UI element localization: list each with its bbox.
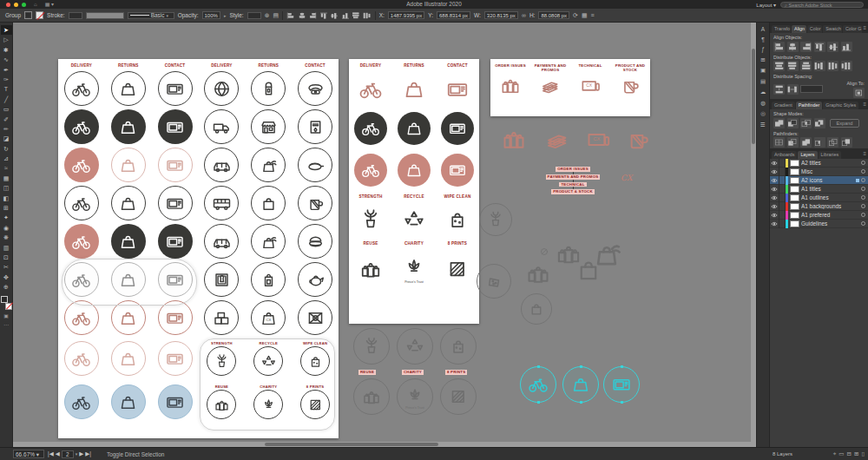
column-header[interactable]: RETURNS xyxy=(105,63,152,69)
align-bottom-icon[interactable] xyxy=(841,42,852,52)
last-artboard-icon[interactable]: ▶| xyxy=(85,450,91,457)
boxes-icon[interactable] xyxy=(204,300,239,335)
align-right-icon[interactable] xyxy=(308,12,317,19)
bike-icon[interactable] xyxy=(64,148,99,182)
bag-icon[interactable] xyxy=(111,341,146,376)
orderbags-icon[interactable] xyxy=(499,125,529,154)
visibility-eye-icon[interactable] xyxy=(770,211,779,220)
opentype-panel-icon[interactable]: ƒ xyxy=(761,46,765,52)
bag-icon[interactable] xyxy=(562,366,599,403)
layer-thumbnail[interactable] xyxy=(790,160,799,167)
align-v-center-icon[interactable] xyxy=(330,12,339,19)
h-field[interactable]: 88.0808 px xyxy=(538,11,569,19)
monitor-icon[interactable] xyxy=(158,109,193,144)
bus-icon[interactable] xyxy=(204,186,239,220)
layer-row[interactable]: A1 outlines xyxy=(770,194,868,202)
locate-object-icon[interactable]: ⌖ xyxy=(833,450,837,457)
strength-icon[interactable] xyxy=(358,207,384,233)
layer-name[interactable]: Misc xyxy=(801,168,861,174)
column-header[interactable]: RETURNS xyxy=(392,63,436,71)
reuse-icon[interactable] xyxy=(358,256,384,282)
appearance-panel-icon[interactable]: ◎ xyxy=(760,110,766,117)
lock-toggle[interactable] xyxy=(779,176,786,185)
layer-row[interactable]: Guidelines xyxy=(770,220,868,228)
cards-icon[interactable] xyxy=(542,125,572,154)
layer-name[interactable]: Guidelines xyxy=(801,220,861,227)
dist-vc-icon[interactable] xyxy=(787,61,799,71)
layer-thumbnail[interactable] xyxy=(790,194,799,201)
libraries-panel-icon[interactable]: ▤ xyxy=(760,78,766,85)
bag-icon[interactable] xyxy=(398,154,431,187)
stroke-weight-stepper[interactable] xyxy=(69,12,82,19)
hand-tool-icon[interactable]: ✥ xyxy=(1,273,12,282)
preferences-icon[interactable]: ▤ xyxy=(273,12,279,19)
opacity-arrow-icon[interactable]: ▸ xyxy=(224,13,227,18)
workspace-switcher[interactable]: Layout ▾ xyxy=(756,2,776,8)
icon-label[interactable]: REUSE xyxy=(349,241,392,248)
bag-icon[interactable] xyxy=(111,71,146,106)
drawing-modes-icon[interactable]: ▣ xyxy=(3,312,9,319)
phone-icon[interactable] xyxy=(298,71,332,106)
align-to-icon[interactable] xyxy=(853,88,865,98)
layer-row[interactable]: A2 titles xyxy=(770,159,868,168)
tab-gradient[interactable]: Gradient xyxy=(772,102,795,109)
bike-icon[interactable] xyxy=(358,76,384,102)
tab-align[interactable]: Align xyxy=(792,25,806,33)
bike-icon[interactable] xyxy=(64,109,99,144)
layer-thumbnail[interactable] xyxy=(790,177,799,184)
bag-icon[interactable] xyxy=(111,384,146,419)
floralbag-icon[interactable] xyxy=(251,224,286,259)
toolbar-fill-swatch[interactable] xyxy=(1,296,8,303)
selection-tool-icon[interactable]: ➤ xyxy=(1,25,12,35)
tab-color-g[interactable]: Color G xyxy=(843,25,863,33)
globe-icon[interactable] xyxy=(204,71,239,106)
bag-icon[interactable] xyxy=(111,300,146,335)
bike-icon[interactable] xyxy=(354,154,387,187)
y-field[interactable]: 688.8314 px xyxy=(437,11,470,19)
monitor-icon[interactable] xyxy=(158,224,193,259)
exclude-icon[interactable] xyxy=(814,118,825,128)
artboards-panel-icon[interactable]: ▣ xyxy=(760,67,766,74)
column-header[interactable]: CONTACT xyxy=(292,63,339,69)
target-circle-icon[interactable] xyxy=(861,213,865,217)
dist-bottom-icon[interactable] xyxy=(800,61,812,71)
monitor-icon[interactable] xyxy=(441,154,474,187)
dist-vc-icon[interactable] xyxy=(352,12,360,19)
bike-icon[interactable] xyxy=(64,71,99,106)
bag-icon[interactable] xyxy=(111,224,146,259)
wipebag-icon[interactable] xyxy=(440,328,477,365)
column-header[interactable]: CONTACT xyxy=(152,63,199,69)
target-circle-icon[interactable] xyxy=(861,169,865,174)
layer-thumbnail[interactable] xyxy=(790,186,799,193)
first-artboard-icon[interactable]: |◀ xyxy=(48,450,54,457)
tote-icon[interactable] xyxy=(572,253,605,286)
tote-icon[interactable] xyxy=(521,293,552,325)
target-circle-icon[interactable] xyxy=(861,221,865,226)
monitor-icon[interactable] xyxy=(158,186,193,220)
charity-icon[interactable]: Prince's Trust xyxy=(397,378,433,415)
laptop-icon[interactable]: CX xyxy=(578,74,602,98)
v-scroll-thumb[interactable] xyxy=(752,49,755,144)
pencil-tool-icon[interactable]: ✏ xyxy=(1,124,12,134)
column-header[interactable]: RETURNS xyxy=(245,63,292,69)
symbols-panel-icon[interactable]: ◍ xyxy=(760,100,766,107)
bike-icon[interactable] xyxy=(354,112,387,145)
teapot-icon[interactable] xyxy=(298,262,332,297)
brush-definition-dropdown[interactable] xyxy=(86,12,124,19)
delete-layer-icon[interactable]: ▯ xyxy=(861,450,865,457)
edit-toolbar-icon[interactable]: ⋯ xyxy=(3,321,9,327)
space-h-icon[interactable] xyxy=(787,84,799,95)
minus-front-icon[interactable] xyxy=(787,118,799,128)
character-panel-icon[interactable]: A xyxy=(761,26,765,32)
eyedropper-tool-icon[interactable]: ✦ xyxy=(1,213,12,222)
close-window-icon[interactable] xyxy=(6,3,10,7)
column-header[interactable]: DELIVERY xyxy=(58,63,105,69)
charity-icon[interactable]: Prince's Trust xyxy=(401,254,427,284)
text-object[interactable]: PRODUCT & STOCK xyxy=(551,189,595,194)
bike-icon[interactable] xyxy=(64,224,99,259)
icon-label-text[interactable]: REUSE xyxy=(358,370,376,375)
lasso-tool-icon[interactable]: ∿ xyxy=(1,55,12,64)
layer-thumbnail[interactable] xyxy=(790,212,799,219)
bike-icon[interactable] xyxy=(520,366,556,403)
bag-icon[interactable] xyxy=(111,109,146,144)
